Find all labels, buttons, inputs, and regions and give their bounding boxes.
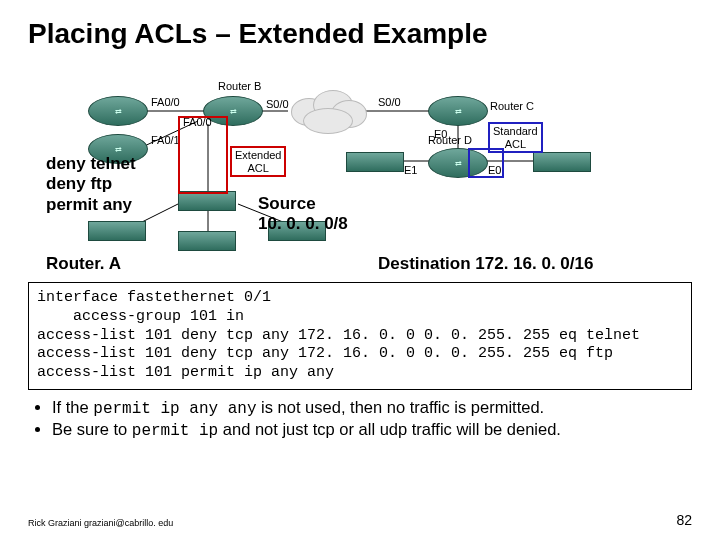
b1-post: is not used, then no traffic is permitte… (257, 398, 545, 416)
label-fa00-a: FA0/0 (151, 96, 180, 108)
cfg-l3: access-list 101 deny tcp any 172. 16. 0.… (37, 327, 640, 344)
rules-overlay: deny telnet deny ftp permit any (46, 154, 136, 215)
b2-code: permit ip (132, 422, 218, 440)
extended-acl-box: Extended ACL (230, 146, 286, 177)
router-a-top: ⇄ (88, 96, 148, 126)
source-overlay: Source 10. 0. 0. 0/8 (258, 194, 348, 235)
config-box: interface fastethernet 0/1 access-group … (28, 282, 692, 390)
ext-line2: ACL (235, 162, 281, 175)
switch-pc2 (178, 231, 236, 251)
b2-pre: Be sure to (52, 420, 132, 438)
network-diagram: ⇄ ⇄ FA0/0 FA0/1 ⇄ Router B FA0/0 S0/0 ⇄ … (28, 56, 692, 256)
label-router-d: Router D (428, 134, 472, 146)
label-s00-c: S0/0 (378, 96, 401, 108)
switch-center (178, 191, 236, 211)
switch-pc1 (88, 221, 146, 241)
footer-author: Rick Graziani graziani@cabrillo. edu (28, 518, 173, 528)
switch-right-d (533, 152, 591, 172)
std-line1: Standard (493, 125, 538, 138)
b2-post: and not just tcp or all udp traffic will… (218, 420, 561, 438)
std-acl-highlight (468, 148, 504, 178)
source-net: 10. 0. 0. 0/8 (258, 214, 348, 234)
source-label: Source (258, 194, 348, 214)
router-name: Router. A (46, 254, 121, 274)
cfg-l2: access-group 101 in (37, 308, 244, 325)
ext-acl-highlight (178, 116, 228, 194)
destination-label: Destination 172. 16. 0. 0/16 (378, 254, 593, 274)
slide-title: Placing ACLs – Extended Example (28, 18, 692, 50)
label-fa01-a: FA0/1 (151, 134, 180, 146)
bullet-2: Be sure to permit ip and not just tcp or… (52, 420, 692, 440)
ext-line1: Extended (235, 149, 281, 162)
cfg-l1: interface fastethernet 0/1 (37, 289, 271, 306)
b1-pre: If the (52, 398, 93, 416)
b1-code: permit ip any any (93, 400, 256, 418)
switch-left-d (346, 152, 404, 172)
label-router-b: Router B (218, 80, 261, 92)
rule-deny-telnet: deny telnet (46, 154, 136, 174)
rule-deny-ftp: deny ftp (46, 174, 136, 194)
bullet-1: If the permit ip any any is not used, th… (52, 398, 692, 418)
wan-cloud (283, 86, 373, 136)
label-e1-d: E1 (404, 164, 417, 176)
router-c: ⇄ (428, 96, 488, 126)
label-router-c: Router C (490, 100, 534, 112)
bullet-list: If the permit ip any any is not used, th… (28, 398, 692, 440)
footer: Rick Graziani graziani@cabrillo. edu 82 (28, 512, 692, 528)
rule-permit-any: permit any (46, 195, 136, 215)
cfg-l4: access-list 101 deny tcp any 172. 16. 0.… (37, 345, 613, 362)
footer-page: 82 (676, 512, 692, 528)
cfg-l5: access-list 101 permit ip any any (37, 364, 334, 381)
